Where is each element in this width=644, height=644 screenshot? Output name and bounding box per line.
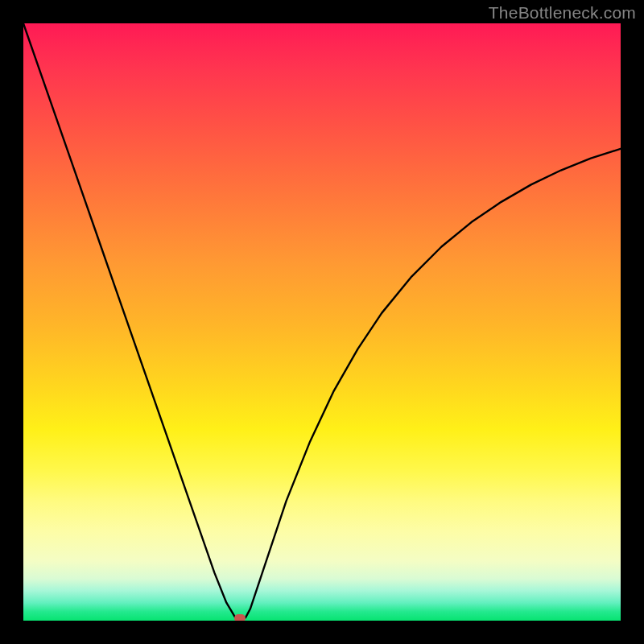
curve-svg — [23, 23, 621, 621]
plot-area — [23, 23, 621, 621]
chart-frame: TheBottleneck.com — [0, 0, 644, 644]
bottleneck-curve — [23, 23, 621, 621]
optimal-marker — [234, 614, 246, 621]
site-watermark: TheBottleneck.com — [489, 3, 636, 23]
